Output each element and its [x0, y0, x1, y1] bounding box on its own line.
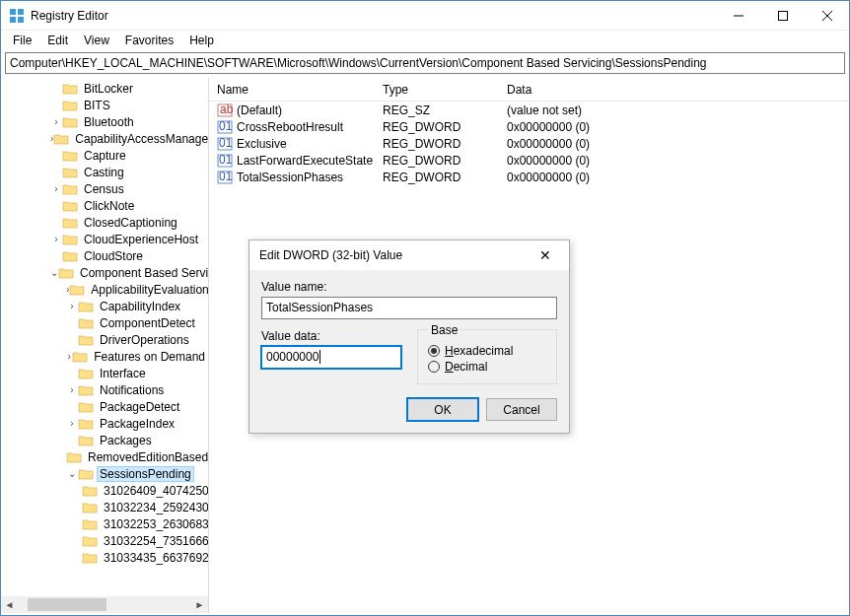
- list-row[interactable]: 011ExclusiveREG_DWORD0x00000000 (0): [209, 135, 849, 152]
- tree-item[interactable]: Interface: [1, 365, 208, 381]
- tree-item[interactable]: ›Census: [1, 180, 208, 197]
- tree-item-label: 31026409_4074250508: [101, 484, 208, 498]
- tree-item[interactable]: ›Notifications: [1, 381, 208, 398]
- tree-item-label: SessionsPending: [97, 466, 194, 482]
- folder-icon: [82, 534, 98, 548]
- tree-item[interactable]: ›ApplicabilityEvaluationCache: [1, 281, 208, 298]
- tree-item[interactable]: ›CapabilityAccessManager: [1, 130, 208, 147]
- close-icon[interactable]: ✕: [526, 247, 565, 263]
- titlebar: Registry Editor: [1, 1, 849, 31]
- chevron-down-icon[interactable]: ⌄: [66, 468, 78, 479]
- menu-favorites[interactable]: Favorites: [117, 32, 181, 49]
- minimize-button[interactable]: [716, 1, 760, 31]
- ok-button[interactable]: OK: [407, 398, 478, 421]
- valuedata-input[interactable]: 00000000: [261, 346, 401, 369]
- chevron-right-icon[interactable]: ›: [66, 418, 78, 429]
- folder-icon: [58, 266, 74, 280]
- chevron-right-icon[interactable]: ›: [66, 384, 78, 395]
- tree-item[interactable]: ›CloudExperienceHost: [1, 231, 208, 247]
- folder-icon: [53, 132, 69, 146]
- tree-item[interactable]: ›CapabilityIndex: [1, 298, 208, 314]
- tree-item[interactable]: BitLocker: [1, 80, 208, 97]
- text-cursor: [319, 350, 323, 364]
- scroll-thumb[interactable]: [28, 598, 106, 611]
- tree-item-label: ClickNote: [81, 199, 137, 213]
- tree-item[interactable]: ⌄Component Based Servicing: [1, 264, 208, 281]
- value-name: Exclusive: [237, 137, 287, 151]
- tree-item[interactable]: ›Features on Demand: [1, 348, 208, 365]
- cancel-button[interactable]: Cancel: [486, 398, 557, 421]
- col-name[interactable]: Name: [209, 79, 375, 101]
- value-name: LastForwardExecuteState: [237, 154, 373, 168]
- tree-item[interactable]: ClickNote: [1, 197, 208, 214]
- menu-help[interactable]: Help: [181, 32, 222, 49]
- col-data[interactable]: Data: [499, 79, 849, 101]
- tree-item[interactable]: 31033435_6637692: [1, 549, 208, 566]
- list-row[interactable]: 011TotalSessionPhasesREG_DWORD0x00000000…: [209, 169, 849, 185]
- dialog-titlebar[interactable]: Edit DWORD (32-bit) Value ✕: [249, 240, 569, 270]
- value-data: 0x00000000 (0): [499, 154, 849, 168]
- menu-view[interactable]: View: [76, 32, 117, 49]
- folder-icon: [78, 400, 94, 414]
- close-button[interactable]: [805, 1, 849, 31]
- maximize-button[interactable]: [760, 1, 805, 31]
- tree-item[interactable]: ›PackageIndex: [1, 415, 208, 432]
- tree-item[interactable]: BITS: [1, 97, 208, 113]
- tree-item[interactable]: ComponentDetect: [1, 314, 208, 331]
- horizontal-scrollbar[interactable]: ◄ ►: [1, 596, 208, 613]
- menu-file[interactable]: File: [5, 32, 39, 49]
- tree-item[interactable]: ›Bluetooth: [1, 113, 208, 130]
- binary-value-icon: 011: [217, 136, 233, 152]
- tree-item[interactable]: DriverOperations: [1, 331, 208, 348]
- tree-item-label: CapabilityIndex: [97, 300, 183, 313]
- tree-item-label: Notifications: [97, 383, 167, 397]
- svg-rect-5: [778, 11, 787, 20]
- valuedata-label: Value data:: [261, 329, 401, 343]
- tree-item-label: 31033435_6637692: [101, 551, 208, 565]
- tree-item[interactable]: PackageDetect: [1, 398, 208, 415]
- tree-item[interactable]: RemovedEditionBasedFeatures: [1, 448, 208, 465]
- tree-item[interactable]: Casting: [1, 164, 208, 180]
- tree-item[interactable]: Packages: [1, 432, 208, 448]
- tree-item[interactable]: 31032254_7351666: [1, 532, 208, 549]
- address-bar[interactable]: Computer\HKEY_LOCAL_MACHINE\SOFTWARE\Mic…: [5, 52, 845, 74]
- tree-item[interactable]: CloudStore: [1, 247, 208, 264]
- folder-icon: [78, 300, 94, 313]
- value-type: REG_SZ: [375, 103, 499, 117]
- tree-item-label: Bluetooth: [81, 115, 137, 129]
- menu-edit[interactable]: Edit: [39, 32, 76, 49]
- tree-item[interactable]: Capture: [1, 147, 208, 164]
- binary-value-icon: 011: [217, 119, 233, 135]
- valuename-label: Value name:: [261, 280, 557, 294]
- base-fieldset: Base Hexadecimal Decimal: [417, 329, 557, 384]
- chevron-right-icon[interactable]: ›: [66, 301, 78, 311]
- scroll-track[interactable]: [18, 596, 191, 613]
- scroll-left-icon[interactable]: ◄: [1, 596, 18, 613]
- scroll-right-icon[interactable]: ►: [191, 596, 208, 613]
- list-row[interactable]: 011LastForwardExecuteStateREG_DWORD0x000…: [209, 152, 849, 169]
- tree-item[interactable]: 31032234_2592430: [1, 499, 208, 515]
- chevron-right-icon[interactable]: ›: [50, 183, 62, 194]
- tree-item[interactable]: 31026409_4074250508: [1, 482, 208, 499]
- list-row[interactable]: 011CrossRebootHresultREG_DWORD0x00000000…: [209, 118, 849, 135]
- tree-item-label: Component Based Servicing: [77, 266, 208, 280]
- chevron-down-icon[interactable]: ⌄: [50, 267, 58, 278]
- radio-decimal[interactable]: Decimal: [428, 360, 546, 374]
- chevron-right-icon[interactable]: ›: [50, 234, 62, 244]
- col-type[interactable]: Type: [375, 79, 499, 101]
- valuename-input[interactable]: TotalSessionPhases: [261, 297, 557, 319]
- chevron-right-icon[interactable]: ›: [50, 116, 62, 127]
- list-row[interactable]: ab(Default)REG_SZ(value not set): [209, 102, 849, 118]
- tree-item[interactable]: 31032253_2630683: [1, 515, 208, 532]
- tree-item-label: BITS: [81, 99, 113, 112]
- radio-hexadecimal[interactable]: Hexadecimal: [428, 344, 546, 358]
- tree-item[interactable]: ClosedCaptioning: [1, 214, 208, 231]
- list-header[interactable]: Name Type Data: [209, 78, 849, 102]
- tree-item-label: Census: [81, 182, 127, 196]
- tree-item[interactable]: ⌄SessionsPending: [1, 465, 208, 482]
- folder-icon: [82, 551, 98, 565]
- binary-value-icon: 011: [217, 153, 233, 169]
- radio-dot-icon: [428, 361, 440, 373]
- svg-rect-1: [18, 9, 24, 15]
- value-type: REG_DWORD: [375, 137, 499, 151]
